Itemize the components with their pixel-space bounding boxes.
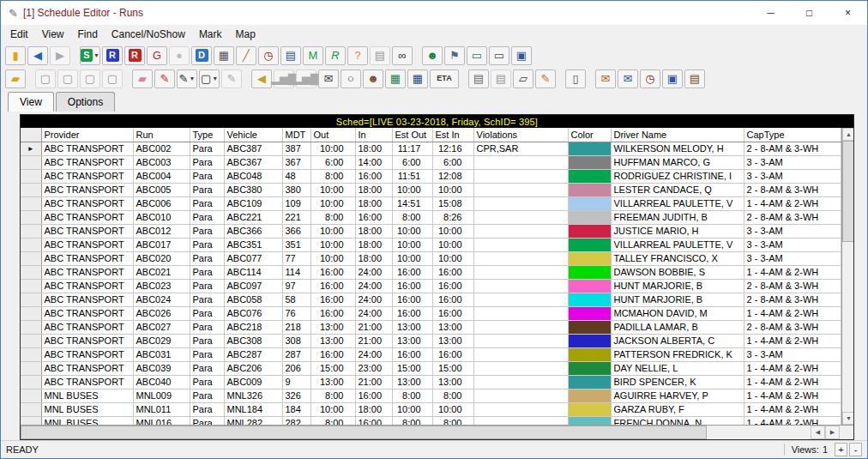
cell-vehicle[interactable]: ABC287 (224, 347, 282, 361)
cell-out[interactable]: 10:00 (310, 224, 355, 238)
table-row[interactable]: ►ABC TRANSPORTABC002ParaABC38738710:0018… (21, 142, 841, 155)
cell-in[interactable]: 23:00 (355, 361, 392, 375)
cell-run[interactable]: ABC023 (133, 279, 190, 293)
cell-vehicle[interactable]: ABC380 (224, 183, 282, 196)
row-selector[interactable] (21, 251, 41, 265)
table-row[interactable]: ABC TRANSPORTABC005ParaABC38038010:0018:… (21, 183, 841, 196)
cell-est-in[interactable]: 12:16 (432, 142, 473, 155)
cell-color[interactable] (568, 347, 611, 361)
cell-driver-name[interactable]: BIRD SPENCER, K (611, 375, 744, 389)
cell-in[interactable]: 16:00 (355, 210, 392, 224)
cell-provider[interactable]: ABC TRANSPORT (41, 334, 133, 347)
scroll-down-button[interactable]: ▼ (842, 412, 854, 425)
cell-violations[interactable] (473, 210, 568, 224)
cell-est-in[interactable]: 10:00 (432, 251, 473, 265)
cell-run[interactable]: ABC021 (133, 265, 190, 279)
routes-view-icon[interactable]: R (124, 46, 145, 65)
table-row[interactable]: ABC TRANSPORTABC012ParaABC36636610:0018:… (21, 224, 841, 238)
cell-out[interactable]: 8:00 (310, 389, 355, 402)
cell-mdt[interactable]: 282 (282, 416, 310, 425)
cell-vehicle[interactable]: ABC387 (224, 142, 282, 155)
cell-provider[interactable]: ABC TRANSPORT (41, 265, 133, 279)
cell-color[interactable] (568, 251, 611, 265)
book-icon[interactable]: ▤ (684, 69, 705, 88)
cell-driver-name[interactable]: VILLARREAL PAULETTE, V (611, 238, 744, 251)
cell-vehicle[interactable]: ABC308 (224, 334, 282, 347)
cell-run[interactable]: ABC004 (133, 169, 190, 183)
cell-est-in[interactable]: 15:08 (432, 196, 473, 210)
cell-vehicle[interactable]: ABC221 (224, 210, 282, 224)
vehicle-event-icon[interactable]: ▭ (467, 46, 487, 65)
table-row[interactable]: ABC TRANSPORTABC040ParaABC009913:0021:00… (21, 375, 841, 389)
cell-in[interactable]: 16:00 (355, 416, 392, 425)
cell-est-in[interactable]: 8:00 (432, 416, 473, 425)
table-row[interactable]: ABC TRANSPORTABC010ParaABC2212218:0016:0… (21, 210, 841, 224)
cell-run[interactable]: ABC026 (133, 306, 190, 320)
cell-mdt[interactable]: 367 (282, 155, 310, 169)
cell-provider[interactable]: ABC TRANSPORT (41, 306, 133, 320)
cell-driver-name[interactable]: JUSTICE MARIO, H (611, 224, 744, 238)
cell-in[interactable]: 24:00 (355, 279, 392, 293)
cell-type[interactable]: Para (190, 361, 224, 375)
cell-driver-name[interactable]: DAY NELLIE, L (611, 361, 744, 375)
cell-captype[interactable]: 3 - 3-AM (744, 155, 841, 169)
row-selector[interactable] (21, 196, 41, 210)
cell-est-in[interactable]: 13:00 (432, 334, 473, 347)
cell-run[interactable]: MNL016 (133, 416, 190, 425)
pen-dropdown-icon[interactable]: ✎▼ (177, 69, 197, 88)
dropdown-arrow-icon[interactable]: ▼ (212, 75, 218, 82)
cell-est-out[interactable]: 10:00 (392, 402, 432, 416)
horizontal-scroll-track[interactable] (21, 426, 811, 439)
cell-est-out[interactable]: 8:00 (392, 389, 432, 402)
help-icon[interactable]: ? (347, 46, 368, 65)
back-icon[interactable]: ◀ (27, 46, 48, 65)
row-selector[interactable] (21, 402, 41, 416)
cell-out[interactable]: 13:00 (310, 320, 355, 334)
cell-captype[interactable]: 3 - 3-AM (744, 224, 841, 238)
cell-out[interactable]: 10:00 (310, 196, 355, 210)
cell-color[interactable] (568, 361, 611, 375)
cell-in[interactable]: 21:00 (355, 334, 392, 347)
cell-captype[interactable]: 2 - 8-AM & 3-WH (744, 210, 841, 224)
table-row[interactable]: ABC TRANSPORTABC020ParaABC0777710:0018:0… (21, 251, 841, 265)
cell-type[interactable]: Para (190, 306, 224, 320)
cell-est-in[interactable]: 8:26 (432, 210, 473, 224)
eraser-icon[interactable]: ▰ (132, 69, 153, 88)
cell-violations[interactable] (473, 251, 568, 265)
cell-captype[interactable]: 2 - 8-AM & 3-WH (744, 320, 841, 334)
cell-type[interactable]: Para (190, 347, 224, 361)
cell-provider[interactable]: ABC TRANSPORT (41, 375, 133, 389)
cell-vehicle[interactable]: ABC367 (224, 155, 282, 169)
cell-mdt[interactable]: 380 (282, 183, 310, 196)
cell-run[interactable]: ABC027 (133, 320, 190, 334)
cell-type[interactable]: Para (190, 196, 224, 210)
cell-driver-name[interactable]: LESTER CANDACE, Q (611, 183, 744, 196)
cell-mdt[interactable]: 184 (282, 402, 310, 416)
table-row[interactable]: ABC TRANSPORTABC004ParaABC048488:0016:00… (21, 169, 841, 183)
cell-out[interactable]: 13:00 (310, 334, 355, 347)
cell-captype[interactable]: 1 - 4-AM & 2-WH (744, 196, 841, 210)
cell-out[interactable]: 10:00 (310, 251, 355, 265)
cell-color[interactable] (568, 320, 611, 334)
cell-run[interactable]: ABC029 (133, 334, 190, 347)
zoom-icon[interactable]: ○ (341, 69, 361, 88)
tab-options[interactable]: Options (56, 92, 115, 112)
vertical-scroll-track[interactable] (842, 141, 854, 412)
column-header-driver-name[interactable]: Driver Name (611, 128, 744, 142)
cell-est-in[interactable]: 13:00 (432, 320, 473, 334)
map-stop-icon[interactable]: ▦ (407, 69, 428, 88)
cell-provider[interactable]: ABC TRANSPORT (41, 183, 133, 196)
cell-est-in[interactable]: 15:00 (432, 361, 473, 375)
cell-vehicle[interactable]: MNL326 (224, 389, 282, 402)
row-selector[interactable] (21, 183, 41, 196)
cell-run[interactable]: MNL011 (133, 402, 190, 416)
cell-vehicle[interactable]: ABC109 (224, 196, 282, 210)
cell-type[interactable]: Para (190, 416, 224, 425)
column-header-provider[interactable]: Provider (41, 128, 133, 142)
cell-est-in[interactable]: 8:00 (432, 389, 473, 402)
cell-in[interactable]: 18:00 (355, 402, 392, 416)
cell-vehicle[interactable]: ABC048 (224, 169, 282, 183)
flag-icon[interactable]: ⚑ (444, 46, 465, 65)
cell-provider[interactable]: ABC TRANSPORT (41, 251, 133, 265)
scroll-left-button[interactable]: ◀ (811, 426, 825, 439)
